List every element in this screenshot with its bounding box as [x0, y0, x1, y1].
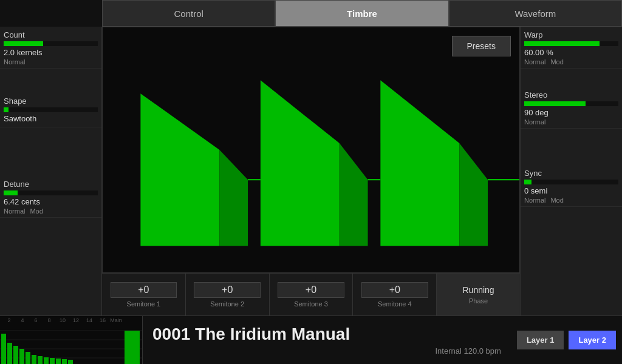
semitone-row: +0 Semitone 1 +0 Semitone 2 +0 Semitone …: [102, 273, 520, 315]
svg-rect-16: [68, 360, 73, 364]
tab-timbre[interactable]: Timbre: [275, 0, 448, 27]
semitone-cell-4: +0 Semitone 4: [353, 274, 437, 315]
count-value: 2.0 kernels: [4, 48, 98, 57]
detune-section: Detune 6.42 cents Normal Mod: [0, 176, 101, 218]
phase-value: Running: [463, 285, 494, 295]
semitone-label-2: Semitone 2: [210, 300, 244, 308]
spectrum-label-12: 12: [69, 317, 83, 323]
svg-rect-12: [44, 357, 49, 364]
shape-slider[interactable]: [4, 107, 98, 112]
svg-rect-5: [1, 334, 6, 364]
wave-svg: [103, 27, 519, 272]
wave-shape-3b: [459, 143, 488, 246]
spectrum-label-2: 2: [2, 317, 16, 323]
warp-slider[interactable]: [524, 41, 618, 46]
sync-mod: Mod: [550, 197, 563, 204]
presets-button[interactable]: Presets: [452, 36, 511, 56]
bottom-bar: 2 4 6 8 10 12 14 16 Main: [0, 315, 622, 364]
semitone-value-2[interactable]: +0: [194, 282, 260, 298]
svg-rect-7: [13, 346, 18, 364]
semitone-label-3: Semitone 3: [294, 300, 328, 308]
semitone-value-3[interactable]: +0: [278, 282, 344, 298]
stereo-section: Stereo 90 deg Normal: [521, 87, 622, 129]
semitone-cell-2: +0 Semitone 2: [186, 274, 270, 315]
stereo-slider-fill: [524, 101, 586, 106]
shape-label: Shape: [4, 96, 98, 106]
sync-value: 0 semi: [524, 186, 618, 195]
track-bpm: Internal 120.0 bpm: [152, 346, 501, 356]
tab-spacer: [0, 0, 102, 27]
semitone-value-4[interactable]: +0: [361, 282, 428, 298]
svg-rect-17: [125, 331, 140, 364]
spectrum-label-16: 16: [96, 317, 109, 323]
stereo-value: 90 deg: [524, 108, 618, 117]
sync-section: Sync 0 semi Normal Mod: [521, 165, 622, 207]
layer-1-button[interactable]: Layer 1: [517, 331, 564, 349]
svg-rect-9: [26, 352, 30, 364]
warp-normal-mod: Normal Mod: [524, 58, 618, 66]
semitone-label-4: Semitone 4: [378, 300, 412, 308]
tab-control[interactable]: Control: [102, 0, 275, 27]
stereo-normal: Normal: [524, 118, 618, 126]
svg-rect-6: [7, 343, 12, 364]
spectrum-svg: [0, 325, 143, 364]
sync-slider-fill: [524, 180, 531, 184]
spectrum-label-14: 14: [83, 317, 96, 323]
spectrum-label-4: 4: [16, 317, 29, 323]
detune-normal: Normal: [4, 207, 25, 215]
semitone-label-1: Semitone 1: [127, 300, 161, 308]
shape-slider-fill: [4, 107, 9, 112]
spectrum-label-8: 8: [43, 317, 56, 323]
shape-value: Sawtooth: [4, 114, 98, 123]
count-normal: Normal: [4, 58, 98, 66]
svg-rect-15: [62, 359, 67, 364]
track-info: 0001 The Iridium Manual Internal 120.0 b…: [143, 316, 511, 364]
sync-slider[interactable]: [524, 180, 618, 184]
stereo-slider[interactable]: [524, 101, 618, 106]
center-area: Presets +0 Semitone: [102, 27, 520, 315]
count-slider-fill: [4, 41, 43, 46]
right-panel: Warp 60.00 % Normal Mod Stereo 90 deg No…: [520, 27, 622, 315]
warp-normal: Normal: [524, 58, 545, 66]
track-name: 0001 The Iridium Manual: [152, 325, 501, 344]
layer-buttons: Layer 1 Layer 2: [511, 316, 622, 364]
detune-label: Detune: [4, 180, 98, 189]
svg-rect-13: [50, 358, 55, 364]
count-slider[interactable]: [4, 41, 98, 46]
spectrum-labels: 2 4 6 8 10 12 14 16 Main: [2, 317, 123, 323]
phase-label: Phase: [469, 297, 488, 305]
wave-shape-3: [380, 80, 459, 246]
stereo-label: Stereo: [524, 90, 618, 99]
sync-normal-mod: Normal Mod: [524, 197, 618, 204]
wave-shape-1: [140, 93, 219, 246]
warp-label: Warp: [524, 30, 618, 39]
wave-shape-1b: [219, 150, 248, 246]
phase-cell: Running Phase: [437, 274, 520, 315]
main-layout: Count 2.0 kernels Normal Shape Sawtooth …: [0, 27, 622, 315]
wave-display: Presets: [102, 27, 520, 273]
semitone-cell-1: +0 Semitone 1: [102, 274, 186, 315]
svg-rect-14: [56, 359, 61, 364]
spectrum-label-6: 6: [29, 317, 43, 323]
detune-normal-mod: Normal Mod: [4, 207, 98, 215]
tab-waveform[interactable]: Waveform: [449, 0, 622, 27]
warp-section: Warp 60.00 % Normal Mod: [521, 27, 622, 69]
count-label: Count: [4, 30, 98, 39]
layer-2-button[interactable]: Layer 2: [569, 331, 616, 349]
detune-slider-fill: [4, 190, 18, 195]
spectrum-area: 2 4 6 8 10 12 14 16 Main: [0, 316, 143, 364]
detune-slider[interactable]: [4, 190, 98, 195]
detune-mod: Mod: [30, 207, 43, 215]
spectrum-label-main: Main: [109, 317, 123, 323]
semitone-cell-3: +0 Semitone 3: [270, 274, 354, 315]
semitone-value-1[interactable]: +0: [111, 282, 177, 298]
warp-mod: Mod: [550, 58, 563, 66]
spectrum-label-10: 10: [56, 317, 69, 323]
sync-label: Sync: [524, 169, 618, 178]
count-section: Count 2.0 kernels Normal: [0, 27, 101, 69]
wave-shape-2: [261, 80, 340, 246]
shape-section: Shape Sawtooth: [0, 93, 101, 127]
detune-value: 6.42 cents: [4, 197, 98, 206]
svg-rect-10: [32, 355, 36, 364]
warp-slider-fill: [524, 41, 600, 46]
